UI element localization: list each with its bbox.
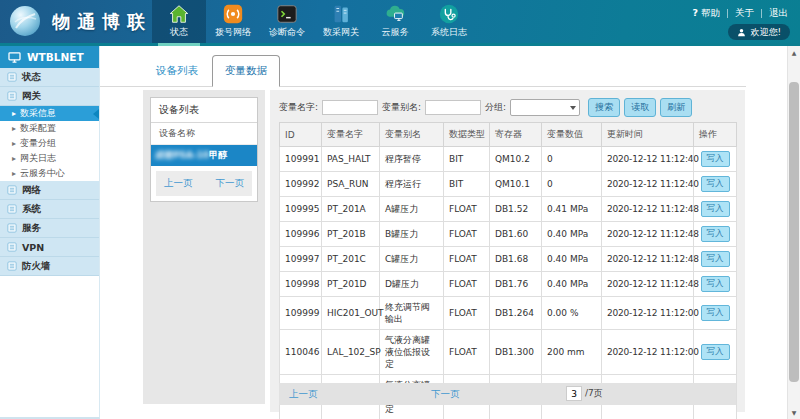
scrollbar-thumb[interactable] — [789, 82, 799, 382]
table-row: 110046 LAL_102_SP 气液分离罐液位低报设定 FLOAT DB1.… — [280, 330, 737, 375]
help-link[interactable]: 帮助 — [692, 7, 720, 20]
table-row: 109997 PT_201C C罐压力 FLOAT DB1.68 0.40 MP… — [280, 247, 737, 272]
nav-item-dial-network[interactable]: 拨号网络 — [206, 0, 260, 43]
about-link[interactable]: 关于 — [735, 7, 754, 20]
active-pointer-icon — [93, 109, 99, 119]
cell-action: 写入 — [694, 197, 737, 222]
col-header-id: ID — [280, 123, 322, 147]
cell-name: PT_201B — [322, 222, 380, 247]
cell-alias: D罐压力 — [380, 272, 444, 297]
sidebar-subitem-data-config[interactable]: 数采配置 — [0, 121, 99, 136]
filter-bar: 变量名字: 变量别名: 分组: 搜索 读取 刷新 — [279, 97, 736, 117]
nav-item-cloud-service[interactable]: 云服务 — [368, 0, 422, 43]
nav-item-system-log[interactable]: 系统日志 — [422, 0, 476, 43]
tab-bar: 设备列表 变量数据 — [100, 55, 746, 87]
sidebar-subitem-cloud-center[interactable]: 云服务中心 — [0, 166, 99, 181]
cell-type: FLOAT — [444, 247, 490, 272]
vertical-scrollbar[interactable]: ▲ ▼ — [787, 46, 800, 419]
variables-table: ID 变量名字 变量别名 数据类型 寄存器 变量数值 更新时间 操作 10999… — [279, 122, 737, 419]
cell-alias: B罐压力 — [380, 222, 444, 247]
cell-name: LAL_102_SP — [322, 330, 380, 375]
sidebar-item-firewall[interactable]: 防火墙 — [0, 257, 99, 276]
nav-label: 拨号网络 — [215, 26, 251, 39]
cell-action: 写入 — [694, 330, 737, 375]
brand-logo-globe-icon — [8, 4, 42, 38]
device-name-visible: 甲醇 — [209, 150, 227, 160]
col-header-time: 更新时间 — [602, 123, 694, 147]
cell-name: PT_201C — [322, 247, 380, 272]
cell-type: FLOAT — [444, 222, 490, 247]
logout-link[interactable]: 退出 — [769, 7, 788, 20]
cell-time: 2020-12-12 11:12:48 — [602, 197, 694, 222]
write-button[interactable]: 写入 — [701, 151, 730, 167]
scroll-down-arrow-icon[interactable]: ▼ — [788, 406, 800, 419]
device-list-box: 设备列表 设备名称 成谱PSA-10甲醇 上一页 下一页 — [150, 97, 258, 202]
col-header-register: 寄存器 — [490, 123, 542, 147]
sidebar-subitem-data-info[interactable]: 数采信息 — [0, 106, 99, 121]
cell-type: FLOAT — [444, 297, 490, 330]
cell-name: PSA_RUN — [322, 172, 380, 197]
sidebar-item-service[interactable]: 服务 — [0, 219, 99, 238]
home-icon — [168, 3, 190, 25]
cell-time: 2020-12-12 11:12:48 — [602, 247, 694, 272]
write-button[interactable]: 写入 — [701, 176, 730, 192]
nav-item-data-gateway[interactable]: 数采网关 — [314, 0, 368, 43]
welcome-user-button[interactable]: 欢迎您! — [728, 24, 790, 40]
sidebar-item-network[interactable]: 网络 — [0, 181, 99, 200]
prev-page-link[interactable]: 上一页 — [289, 388, 318, 401]
nav-item-diagnose-command[interactable]: 诊断命令 — [260, 0, 314, 43]
cell-register: QM10.1 — [490, 172, 542, 197]
scroll-up-arrow-icon[interactable]: ▲ — [788, 46, 800, 59]
device-next-page-link[interactable]: 下一页 — [216, 177, 245, 190]
sidebar-item-system[interactable]: 系统 — [0, 200, 99, 219]
divider — [727, 9, 728, 18]
nav-label: 系统日志 — [431, 26, 467, 39]
gateway-icon — [330, 3, 352, 25]
cell-value: 0.00 % — [542, 297, 602, 330]
cell-id: 109997 — [280, 247, 322, 272]
sidebar-title-label: WTBLNET — [27, 51, 84, 63]
cell-id: 109996 — [280, 222, 322, 247]
sidebar-subitem-variable-group[interactable]: 变量分组 — [0, 136, 99, 151]
sidebar-item-label: 服务 — [22, 222, 41, 235]
sidebar-item-status[interactable]: 状态 — [0, 68, 99, 87]
nav-item-status[interactable]: 状态 — [152, 0, 206, 43]
sidebar-item-label: VPN — [22, 242, 44, 253]
variable-alias-input[interactable] — [425, 100, 481, 115]
cell-value: 0.41 MPa — [542, 197, 602, 222]
system-log-icon — [438, 3, 460, 25]
search-button[interactable]: 搜索 — [588, 98, 620, 117]
nav-label: 云服务 — [382, 26, 409, 39]
sidebar-item-gateway[interactable]: 网关 — [0, 87, 99, 106]
group-label: 分组: — [485, 101, 506, 114]
cell-alias: A罐压力 — [380, 197, 444, 222]
sidebar-item-vpn[interactable]: VPN — [0, 238, 99, 257]
refresh-button[interactable]: 刷新 — [660, 98, 692, 117]
page-number-input[interactable] — [566, 386, 582, 401]
tab-device-list[interactable]: 设备列表 — [146, 56, 208, 86]
list-icon — [7, 72, 17, 82]
cell-alias: C罐压力 — [380, 247, 444, 272]
cell-value: 0 — [542, 172, 602, 197]
sidebar-subitem-gateway-log[interactable]: 网关日志 — [0, 151, 99, 166]
selected-device-item[interactable]: 成谱PSA-10甲醇 — [151, 145, 257, 166]
sidebar: WTBLNET 状态 网关 数采信息 数采配置 变量分组 网关日志 — [0, 46, 100, 419]
write-button[interactable]: 写入 — [701, 305, 730, 321]
cell-alias: 程序运行 — [380, 172, 444, 197]
cell-action: 写入 — [694, 272, 737, 297]
group-select[interactable] — [510, 99, 580, 116]
variable-name-input[interactable] — [322, 100, 378, 115]
next-page-link[interactable]: 下一页 — [431, 388, 460, 401]
write-button[interactable]: 写入 — [701, 226, 730, 242]
table-pagination-bar: 上一页 下一页 /7页 — [279, 383, 736, 405]
write-button[interactable]: 写入 — [701, 201, 730, 217]
write-button[interactable]: 写入 — [701, 276, 730, 292]
tab-variable-data[interactable]: 变量数据 — [212, 55, 280, 87]
device-list-title: 设备列表 — [151, 98, 257, 123]
read-button[interactable]: 读取 — [624, 98, 656, 117]
write-button[interactable]: 写入 — [701, 251, 730, 267]
cell-value: 0.40 MPa — [542, 247, 602, 272]
col-header-action: 操作 — [694, 123, 737, 147]
device-prev-page-link[interactable]: 上一页 — [164, 177, 193, 190]
write-button[interactable]: 写入 — [701, 344, 730, 360]
